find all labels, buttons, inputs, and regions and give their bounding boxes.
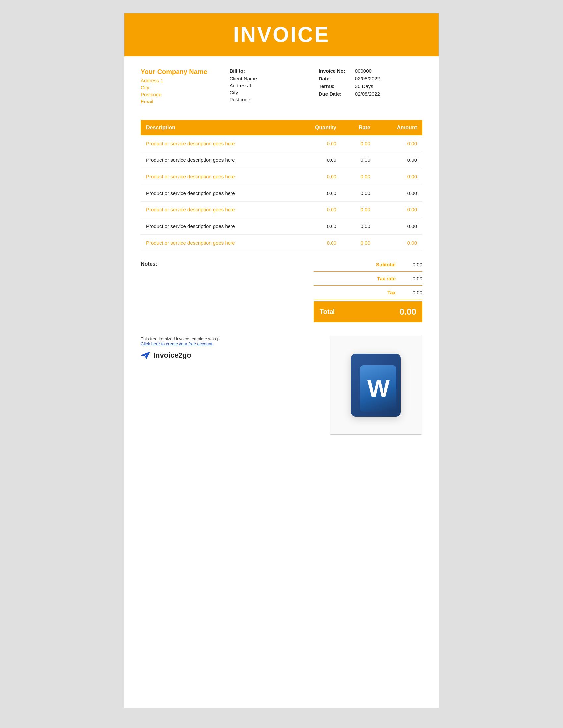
- table-row: Product or service description goes here…: [141, 235, 422, 251]
- tax-label: Tax: [314, 290, 402, 295]
- notes-section: Notes:: [141, 258, 304, 322]
- company-address1: Address 1: [141, 78, 229, 83]
- word-icon-bg: W: [351, 354, 401, 417]
- company-postcode: Postcode: [141, 92, 229, 97]
- company-email: Email: [141, 99, 229, 104]
- row-description: Product or service description goes here: [141, 185, 293, 202]
- due-date-value: 02/08/2022: [355, 91, 380, 97]
- word-icon-outer: W: [350, 352, 402, 418]
- company-name: Your Company Name: [141, 68, 229, 76]
- row-description: Product or service description goes here: [141, 235, 293, 251]
- row-quantity: 0.00: [293, 185, 342, 202]
- info-section: Your Company Name Address 1 City Postcod…: [124, 56, 439, 114]
- row-amount: 0.00: [376, 135, 422, 152]
- row-amount: 0.00: [376, 202, 422, 218]
- brand-name: Invoice2go: [153, 351, 191, 360]
- row-quantity: 0.00: [293, 218, 342, 235]
- subtotal-label: Subtotal: [314, 262, 402, 267]
- table-row: Product or service description goes here…: [141, 152, 422, 168]
- client-name: Client Name: [229, 76, 318, 81]
- total-value: 0.00: [399, 307, 416, 317]
- table-row: Product or service description goes here…: [141, 185, 422, 202]
- row-quantity: 0.00: [293, 135, 342, 152]
- row-rate: 0.00: [342, 235, 376, 251]
- footer-section: This free itemized invoice template was …: [124, 326, 439, 441]
- footer-link[interactable]: Click here to create your free account.: [141, 341, 300, 346]
- invoice-no-label: Invoice No:: [319, 68, 355, 74]
- tax-rate-value: 0.00: [402, 276, 422, 281]
- invoice-title: INVOICE: [124, 23, 439, 47]
- word-icon-front: W: [360, 365, 397, 412]
- row-amount: 0.00: [376, 185, 422, 202]
- row-description: Product or service description goes here: [141, 218, 293, 235]
- terms-row: Terms: 30 Days: [319, 83, 422, 89]
- col-rate: Rate: [342, 120, 376, 135]
- bill-to-section: Bill to: Client Name Address 1 City Post…: [229, 68, 318, 106]
- invoice2go-brand: Invoice2go: [141, 351, 300, 360]
- table-row: Product or service description goes here…: [141, 218, 422, 235]
- row-quantity: 0.00: [293, 235, 342, 251]
- row-amount: 0.00: [376, 218, 422, 235]
- row-quantity: 0.00: [293, 168, 342, 185]
- invoice-no-row: Invoice No: 000000: [319, 68, 422, 74]
- row-quantity: 0.00: [293, 152, 342, 168]
- totals-section: Subtotal 0.00 Tax rate 0.00 Tax 0.00 Tot…: [314, 258, 422, 322]
- subtotal-row: Subtotal 0.00: [314, 258, 422, 271]
- footer-text: This free itemized invoice template was …: [141, 336, 219, 341]
- tax-rate-label: Tax rate: [314, 276, 402, 281]
- word-w-letter: W: [367, 377, 389, 400]
- total-label: Total: [320, 308, 335, 316]
- table-header-row: Description Quantity Rate Amount: [141, 120, 422, 135]
- client-postcode: Postcode: [229, 97, 318, 102]
- row-rate: 0.00: [342, 152, 376, 168]
- tax-value: 0.00: [402, 290, 422, 295]
- row-amount: 0.00: [376, 168, 422, 185]
- tax-rate-row: Tax rate 0.00: [314, 272, 422, 285]
- row-description: Product or service description goes here: [141, 152, 293, 168]
- col-quantity: Quantity: [293, 120, 342, 135]
- invoice-no-value: 000000: [355, 68, 372, 74]
- terms-value: 30 Days: [355, 83, 373, 89]
- table-row: Product or service description goes here…: [141, 202, 422, 218]
- tax-row: Tax 0.00: [314, 286, 422, 299]
- header-banner: INVOICE: [124, 13, 439, 56]
- company-city: City: [141, 85, 229, 90]
- due-date-row: Due Date: 02/08/2022: [319, 91, 422, 97]
- table-row: Product or service description goes here…: [141, 135, 422, 152]
- bill-to-label: Bill to:: [229, 68, 318, 74]
- col-description: Description: [141, 120, 293, 135]
- row-description: Product or service description goes here: [141, 135, 293, 152]
- notes-label: Notes:: [141, 261, 157, 267]
- row-quantity: 0.00: [293, 202, 342, 218]
- row-rate: 0.00: [342, 185, 376, 202]
- invoice-meta: Invoice No: 000000 Date: 02/08/2022 Term…: [319, 68, 422, 106]
- table-section: Description Quantity Rate Amount Product…: [124, 120, 439, 251]
- client-city: City: [229, 90, 318, 95]
- total-bar: Total 0.00: [314, 301, 422, 322]
- invoice-table: Description Quantity Rate Amount Product…: [141, 120, 422, 251]
- due-date-label: Due Date:: [319, 91, 355, 97]
- row-rate: 0.00: [342, 202, 376, 218]
- subtotal-value: 0.00: [402, 262, 422, 267]
- date-label: Date:: [319, 76, 355, 81]
- date-value: 02/08/2022: [355, 76, 380, 81]
- date-row: Date: 02/08/2022: [319, 76, 422, 81]
- company-info: Your Company Name Address 1 City Postcod…: [141, 68, 229, 106]
- invoice-page: INVOICE Your Company Name Address 1 City…: [124, 13, 439, 708]
- col-amount: Amount: [376, 120, 422, 135]
- client-address1: Address 1: [229, 83, 318, 88]
- word-icon-overlay: W: [330, 336, 422, 435]
- footer-left: This free itemized invoice template was …: [141, 336, 300, 360]
- row-rate: 0.00: [342, 168, 376, 185]
- row-description: Product or service description goes here: [141, 168, 293, 185]
- row-amount: 0.00: [376, 235, 422, 251]
- row-description: Product or service description goes here: [141, 202, 293, 218]
- divider-3: [314, 299, 422, 299]
- row-rate: 0.00: [342, 218, 376, 235]
- paper-plane-icon: [141, 352, 150, 359]
- terms-label: Terms:: [319, 83, 355, 89]
- row-amount: 0.00: [376, 152, 422, 168]
- table-row: Product or service description goes here…: [141, 168, 422, 185]
- bottom-section: Notes: Subtotal 0.00 Tax rate 0.00 Tax 0…: [124, 254, 439, 322]
- row-rate: 0.00: [342, 135, 376, 152]
